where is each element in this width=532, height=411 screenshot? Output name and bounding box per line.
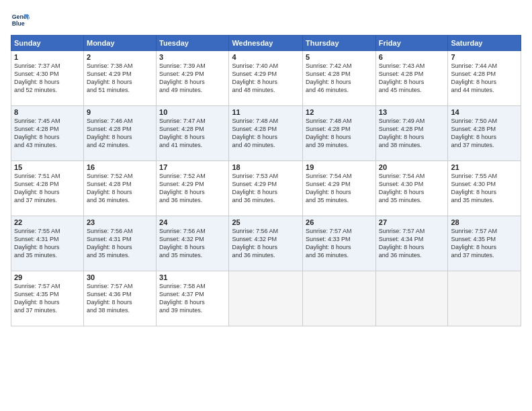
calendar-week-row: 1Sunrise: 7:37 AMSunset: 4:30 PMDaylight… bbox=[11, 51, 521, 106]
calendar-cell: 25Sunrise: 7:56 AMSunset: 4:32 PMDayligh… bbox=[229, 216, 303, 271]
day-info: Sunrise: 7:57 AMSunset: 4:35 PMDaylight:… bbox=[451, 227, 518, 260]
calendar-week-row: 29Sunrise: 7:57 AMSunset: 4:35 PMDayligh… bbox=[11, 271, 521, 326]
calendar-cell: 30Sunrise: 7:57 AMSunset: 4:36 PMDayligh… bbox=[83, 271, 156, 326]
calendar-header-sunday: Sunday bbox=[11, 36, 84, 51]
day-number: 20 bbox=[379, 163, 445, 171]
day-info: Sunrise: 7:54 AMSunset: 4:30 PMDaylight:… bbox=[379, 172, 445, 205]
day-info: Sunrise: 7:55 AMSunset: 4:30 PMDaylight:… bbox=[451, 172, 518, 205]
day-info: Sunrise: 7:56 AMSunset: 4:31 PMDaylight:… bbox=[87, 227, 153, 260]
day-number: 17 bbox=[159, 163, 226, 171]
calendar-cell bbox=[448, 271, 521, 326]
day-number: 26 bbox=[306, 218, 373, 226]
day-info: Sunrise: 7:55 AMSunset: 4:31 PMDaylight:… bbox=[14, 227, 81, 260]
day-info: Sunrise: 7:37 AMSunset: 4:30 PMDaylight:… bbox=[14, 62, 81, 95]
calendar-header-monday: Monday bbox=[83, 36, 156, 51]
day-info: Sunrise: 7:43 AMSunset: 4:28 PMDaylight:… bbox=[379, 62, 445, 95]
calendar-cell: 16Sunrise: 7:52 AMSunset: 4:28 PMDayligh… bbox=[83, 161, 156, 216]
day-info: Sunrise: 7:51 AMSunset: 4:28 PMDaylight:… bbox=[14, 172, 81, 205]
header: General Blue bbox=[11, 11, 521, 30]
day-info: Sunrise: 7:57 AMSunset: 4:35 PMDaylight:… bbox=[14, 282, 81, 315]
calendar-cell bbox=[303, 271, 376, 326]
day-info: Sunrise: 7:49 AMSunset: 4:28 PMDaylight:… bbox=[379, 117, 445, 150]
logo-icon: General Blue bbox=[11, 11, 30, 30]
calendar-week-row: 8Sunrise: 7:45 AMSunset: 4:28 PMDaylight… bbox=[11, 106, 521, 161]
calendar-cell: 18Sunrise: 7:53 AMSunset: 4:29 PMDayligh… bbox=[229, 161, 303, 216]
day-number: 13 bbox=[379, 108, 445, 116]
calendar-cell: 9Sunrise: 7:46 AMSunset: 4:28 PMDaylight… bbox=[83, 106, 156, 161]
day-number: 24 bbox=[159, 218, 226, 226]
day-info: Sunrise: 7:52 AMSunset: 4:28 PMDaylight:… bbox=[87, 172, 153, 205]
calendar-cell: 28Sunrise: 7:57 AMSunset: 4:35 PMDayligh… bbox=[448, 216, 521, 271]
calendar-cell: 6Sunrise: 7:43 AMSunset: 4:28 PMDaylight… bbox=[375, 51, 448, 106]
day-info: Sunrise: 7:57 AMSunset: 4:33 PMDaylight:… bbox=[306, 227, 373, 260]
day-number: 11 bbox=[232, 108, 300, 116]
day-info: Sunrise: 7:45 AMSunset: 4:28 PMDaylight:… bbox=[14, 117, 81, 150]
day-info: Sunrise: 7:40 AMSunset: 4:29 PMDaylight:… bbox=[232, 62, 300, 95]
day-info: Sunrise: 7:57 AMSunset: 4:36 PMDaylight:… bbox=[87, 282, 153, 315]
day-number: 12 bbox=[306, 108, 373, 116]
calendar-cell: 13Sunrise: 7:49 AMSunset: 4:28 PMDayligh… bbox=[375, 106, 448, 161]
day-number: 22 bbox=[14, 218, 81, 226]
day-info: Sunrise: 7:52 AMSunset: 4:29 PMDaylight:… bbox=[159, 172, 226, 205]
day-info: Sunrise: 7:56 AMSunset: 4:32 PMDaylight:… bbox=[232, 227, 300, 260]
svg-text:Blue: Blue bbox=[12, 20, 25, 27]
calendar-cell: 23Sunrise: 7:56 AMSunset: 4:31 PMDayligh… bbox=[83, 216, 156, 271]
day-number: 7 bbox=[451, 53, 518, 61]
calendar-header-saturday: Saturday bbox=[448, 36, 521, 51]
calendar-cell: 7Sunrise: 7:44 AMSunset: 4:28 PMDaylight… bbox=[448, 51, 521, 106]
calendar-cell: 2Sunrise: 7:38 AMSunset: 4:29 PMDaylight… bbox=[83, 51, 156, 106]
day-info: Sunrise: 7:38 AMSunset: 4:29 PMDaylight:… bbox=[87, 62, 153, 95]
calendar-cell: 20Sunrise: 7:54 AMSunset: 4:30 PMDayligh… bbox=[375, 161, 448, 216]
day-number: 10 bbox=[159, 108, 226, 116]
day-info: Sunrise: 7:48 AMSunset: 4:28 PMDaylight:… bbox=[306, 117, 373, 150]
day-number: 31 bbox=[159, 273, 226, 281]
day-number: 4 bbox=[232, 53, 300, 61]
calendar-header-row: SundayMondayTuesdayWednesdayThursdayFrid… bbox=[11, 36, 521, 51]
day-number: 27 bbox=[379, 218, 445, 226]
calendar-cell: 14Sunrise: 7:50 AMSunset: 4:28 PMDayligh… bbox=[448, 106, 521, 161]
calendar-cell: 21Sunrise: 7:55 AMSunset: 4:30 PMDayligh… bbox=[448, 161, 521, 216]
day-info: Sunrise: 7:54 AMSunset: 4:29 PMDaylight:… bbox=[306, 172, 373, 205]
day-number: 23 bbox=[87, 218, 153, 226]
logo: General Blue bbox=[11, 11, 32, 30]
calendar-cell: 31Sunrise: 7:58 AMSunset: 4:37 PMDayligh… bbox=[157, 271, 229, 326]
day-info: Sunrise: 7:57 AMSunset: 4:34 PMDaylight:… bbox=[379, 227, 445, 260]
page: General Blue SundayMondayTuesdayWednesda… bbox=[0, 0, 532, 411]
day-number: 28 bbox=[451, 218, 518, 226]
day-info: Sunrise: 7:47 AMSunset: 4:28 PMDaylight:… bbox=[159, 117, 226, 150]
calendar-cell: 19Sunrise: 7:54 AMSunset: 4:29 PMDayligh… bbox=[303, 161, 376, 216]
day-number: 15 bbox=[14, 163, 81, 171]
calendar-header-thursday: Thursday bbox=[303, 36, 376, 51]
day-number: 3 bbox=[159, 53, 226, 61]
calendar-cell: 1Sunrise: 7:37 AMSunset: 4:30 PMDaylight… bbox=[11, 51, 84, 106]
calendar-table: SundayMondayTuesdayWednesdayThursdayFrid… bbox=[11, 35, 521, 326]
day-info: Sunrise: 7:48 AMSunset: 4:28 PMDaylight:… bbox=[232, 117, 300, 150]
calendar-cell: 15Sunrise: 7:51 AMSunset: 4:28 PMDayligh… bbox=[11, 161, 84, 216]
day-number: 29 bbox=[14, 273, 81, 281]
day-number: 2 bbox=[87, 53, 153, 61]
calendar-cell: 12Sunrise: 7:48 AMSunset: 4:28 PMDayligh… bbox=[303, 106, 376, 161]
day-number: 6 bbox=[379, 53, 445, 61]
day-number: 21 bbox=[451, 163, 518, 171]
calendar-cell: 5Sunrise: 7:42 AMSunset: 4:28 PMDaylight… bbox=[303, 51, 376, 106]
calendar-cell bbox=[375, 271, 448, 326]
day-info: Sunrise: 7:58 AMSunset: 4:37 PMDaylight:… bbox=[159, 282, 226, 315]
day-number: 14 bbox=[451, 108, 518, 116]
day-number: 16 bbox=[87, 163, 153, 171]
day-number: 19 bbox=[306, 163, 373, 171]
day-number: 8 bbox=[14, 108, 81, 116]
calendar-cell: 24Sunrise: 7:56 AMSunset: 4:32 PMDayligh… bbox=[157, 216, 229, 271]
calendar-cell bbox=[229, 271, 303, 326]
day-info: Sunrise: 7:50 AMSunset: 4:28 PMDaylight:… bbox=[451, 117, 518, 150]
day-number: 30 bbox=[87, 273, 153, 281]
day-number: 5 bbox=[306, 53, 373, 61]
calendar-week-row: 15Sunrise: 7:51 AMSunset: 4:28 PMDayligh… bbox=[11, 161, 521, 216]
day-info: Sunrise: 7:56 AMSunset: 4:32 PMDaylight:… bbox=[159, 227, 226, 260]
calendar-cell: 4Sunrise: 7:40 AMSunset: 4:29 PMDaylight… bbox=[229, 51, 303, 106]
day-number: 18 bbox=[232, 163, 300, 171]
calendar-cell: 29Sunrise: 7:57 AMSunset: 4:35 PMDayligh… bbox=[11, 271, 84, 326]
calendar-cell: 3Sunrise: 7:39 AMSunset: 4:29 PMDaylight… bbox=[157, 51, 229, 106]
day-number: 25 bbox=[232, 218, 300, 226]
day-info: Sunrise: 7:44 AMSunset: 4:28 PMDaylight:… bbox=[451, 62, 518, 95]
calendar-cell: 17Sunrise: 7:52 AMSunset: 4:29 PMDayligh… bbox=[157, 161, 229, 216]
